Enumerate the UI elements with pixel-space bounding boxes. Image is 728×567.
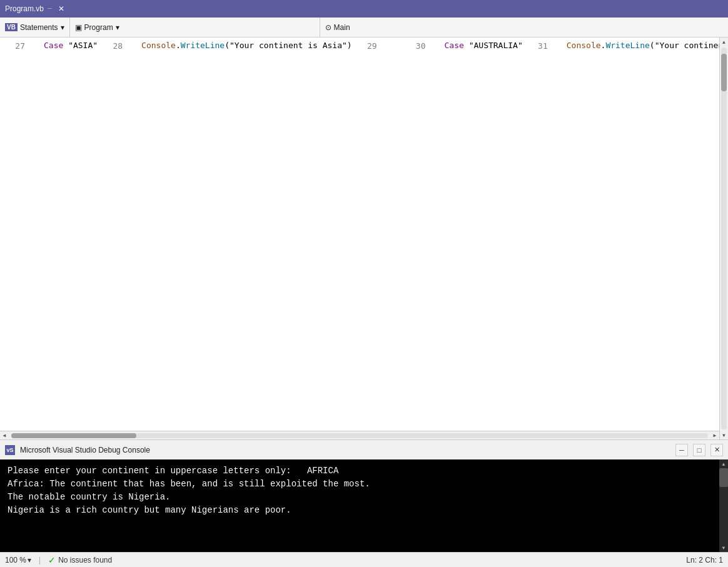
line-number-31: 31 — [523, 41, 554, 51]
editor-main: 27 Case "ASIA"28 Console.WriteLine("Your… — [0, 38, 719, 439]
check-icon: ✓ — [48, 555, 56, 565]
code-line-30: 30 Case "AUSTRALIA" — [401, 38, 523, 54]
editor-with-scroll: 27 Case "ASIA"28 Console.WriteLine("Your… — [0, 38, 728, 439]
zoom-dropdown-arrow: ▾ — [28, 556, 31, 564]
editor-area: 27 Case "ASIA"28 Console.WriteLine("Your… — [0, 38, 728, 552]
code-line-27: 27 Case "ASIA" — [0, 38, 98, 54]
code-line-31: 31 Console.WriteLine("Your continent is … — [523, 38, 719, 54]
title-sep: — — [48, 4, 52, 13]
console-minimize-btn[interactable]: ─ — [675, 444, 688, 456]
console-close-btn[interactable]: ✕ — [710, 444, 723, 456]
console-content: Please enter your continent in uppercase… — [0, 459, 728, 552]
code-line-28: 28 Console.WriteLine("Your continent is … — [98, 38, 352, 54]
program-icon: ▣ — [75, 23, 82, 32]
vb-badge: VB — [5, 23, 18, 31]
issues-label: No issues found — [58, 556, 112, 564]
dropdown-arrow-statements: ▾ — [61, 23, 64, 32]
line-number-27: 27 — [0, 41, 31, 51]
status-bar: 100 % ▾ | ✓ No issues found Ln: 2 Ch: 1 — [0, 552, 728, 567]
console-titlebar: vS Microsoft Visual Studio Debug Console… — [0, 439, 728, 459]
issues-status: ✓ No issues found — [48, 555, 112, 565]
filename-label: Program.vb — [5, 4, 44, 13]
title-bar: Program.vb — ✕ — [0, 0, 728, 18]
console-restore-btn[interactable]: □ — [693, 444, 705, 456]
close-btn[interactable]: ✕ — [56, 4, 67, 13]
scrollbar-thumb-h[interactable] — [11, 433, 136, 438]
main-dropdown[interactable]: ⊙ Main — [320, 23, 355, 32]
scrollbar-thumb-v[interactable] — [721, 54, 727, 91]
console-icon: vS — [5, 445, 15, 455]
scroll-left-arrow[interactable]: ◀ — [0, 431, 9, 440]
cursor-position: Ln: 2 Ch: 1 — [686, 556, 723, 564]
horizontal-scrollbar[interactable]: ◀ ▶ — [0, 431, 719, 439]
console-output: Please enter your continent in uppercase… — [8, 464, 720, 517]
code-text-27: Case "ASIA" — [44, 38, 98, 54]
main-icon: ⊙ — [325, 23, 331, 32]
vb-statements-dropdown[interactable]: VB Statements ▾ — [0, 18, 70, 37]
code-editor[interactable]: 27 Case "ASIA"28 Console.WriteLine("Your… — [0, 38, 719, 431]
console-area: vS Microsoft Visual Studio Debug Console… — [0, 439, 728, 552]
dropdown-arrow-program: ▾ — [116, 23, 119, 32]
scroll-up-arrow[interactable]: ▲ — [720, 38, 728, 46]
main-label: Main — [334, 23, 350, 32]
program-dropdown[interactable]: ▣ Program ▾ — [70, 18, 320, 37]
console-scrollbar[interactable]: ▲ ▼ — [719, 459, 728, 552]
code-line-29: 29 — [352, 38, 401, 54]
scroll-right-arrow[interactable]: ▶ — [710, 431, 719, 440]
line-number-30: 30 — [401, 41, 432, 51]
code-text-30: Case "AUSTRALIA" — [445, 38, 523, 54]
console-title-text: Microsoft Visual Studio Debug Console — [20, 446, 670, 454]
zoom-control[interactable]: 100 % ▾ — [5, 556, 31, 564]
toolbar: VB Statements ▾ ▣ Program ▾ ⊙ Main — [0, 18, 728, 38]
scrollbar-track-h[interactable] — [11, 433, 708, 438]
scrollbar-track-v[interactable] — [721, 48, 727, 429]
code-text-31: Console.WriteLine("Your continent is Aus… — [567, 38, 719, 54]
line-number-29: 29 — [352, 41, 383, 51]
line-number-28: 28 — [98, 41, 129, 51]
code-text-29 — [396, 38, 401, 54]
scroll-down-arrow[interactable]: ▼ — [720, 431, 728, 439]
program-label: Program — [84, 23, 113, 32]
console-scroll-thumb[interactable] — [719, 468, 728, 487]
vertical-scrollbar[interactable]: ▲ ▼ — [719, 38, 728, 439]
zoom-label: 100 % — [5, 556, 26, 564]
statements-label: Statements — [20, 23, 58, 32]
console-scroll-down[interactable]: ▼ — [719, 543, 728, 552]
code-text-28: Console.WriteLine("Your continent is Asi… — [141, 38, 352, 54]
console-scroll-track[interactable] — [719, 468, 728, 543]
console-scroll-up[interactable]: ▲ — [719, 459, 728, 468]
